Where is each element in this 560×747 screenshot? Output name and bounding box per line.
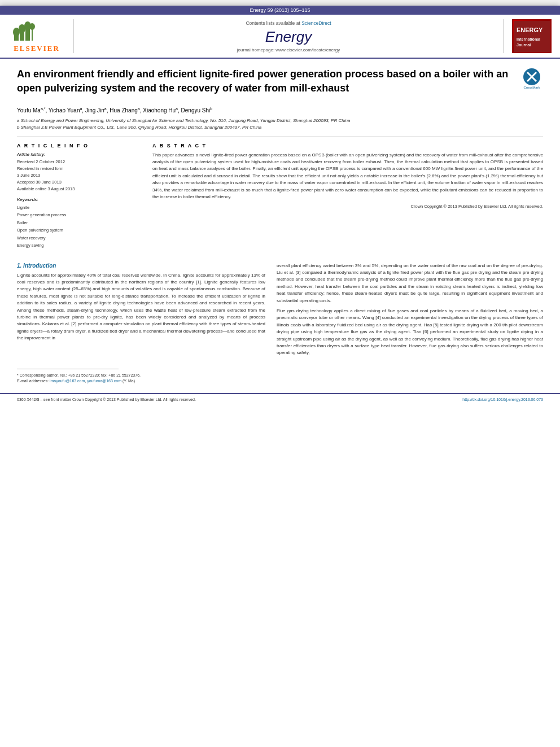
bottom-bar: 0360-5442/$ – see front matter Crown Cop…: [0, 393, 560, 405]
affiliation-b: b Shanghai J.E Power Plant Equipment Co.…: [17, 124, 543, 131]
keyword-6: Energy saving: [17, 242, 141, 250]
revised-date: 3 June 2013: [17, 172, 141, 179]
author-yichao-yuan: Yichao Yuan: [49, 108, 80, 114]
history-title: Article history:: [17, 152, 141, 157]
keyword-5: Water recovery: [17, 234, 141, 242]
keyword-4: Open pulverizing system: [17, 226, 141, 234]
journal-title: Energy: [82, 28, 495, 46]
intro-para-1: Lignite accounts for approximately 40% o…: [17, 272, 265, 342]
article-title-section: An environment friendly and efficient li…: [17, 67, 543, 100]
journal-center: Contents lists available at ScienceDirec…: [82, 20, 495, 53]
footnotes-section: * Corresponding author. Tel.: +86 21 552…: [17, 369, 543, 385]
keyword-3: Boiler: [17, 219, 141, 227]
doi-link[interactable]: http://dx.doi.org/10.1016/j.energy.2013.…: [462, 397, 543, 401]
author-xiaohong-hu: Xiaohong Hu: [143, 108, 176, 114]
email-2[interactable]: youfuma@163.com: [87, 379, 121, 383]
article-history: Article history: Received 2 October 2012…: [17, 152, 141, 193]
article-info-label: A R T I C L E I N F O: [17, 143, 141, 148]
footnote-email: E-mail addresses: imayoufu@163.com, youf…: [17, 378, 543, 385]
abstract-text: This paper advances a novel lignite-fire…: [152, 152, 543, 201]
email-label: E-mail addresses:: [17, 379, 49, 383]
author-youfu-ma: Youfu Ma: [17, 108, 41, 114]
accepted-date: Accepted 30 June 2013: [17, 179, 141, 186]
keywords-title: Keywords:: [17, 197, 141, 202]
svg-rect-8: [514, 21, 550, 52]
crossmark-label: CrossMark: [523, 86, 540, 89]
elsevier-logo: ELSEVIER: [8, 20, 65, 53]
svg-point-7: [29, 23, 35, 30]
main-content: An environment friendly and efficient li…: [0, 59, 560, 393]
contents-text: Contents lists available at: [246, 20, 301, 26]
elsevier-wordmark: ELSEVIER: [14, 44, 60, 53]
journal-header: ELSEVIER Contents lists available at Sci…: [0, 15, 560, 59]
received-date: Received 2 October 2012: [17, 159, 141, 165]
authors-line: Youfu Maa,*, Yichao Yuana, Jing Jina, Hu…: [17, 107, 543, 113]
keyword-2: Power generation process: [17, 211, 141, 219]
page: Energy 59 (2013) 105–115 ELSEVIER Conten…: [0, 6, 560, 747]
crossmark-badge[interactable]: CrossMark: [520, 67, 543, 90]
copyright-line: Crown Copyright © 2013 Published by Else…: [152, 204, 543, 209]
footnote-divider: [17, 369, 119, 369]
affiliation-a: a School of Energy and Power Engineering…: [17, 117, 543, 124]
crossmark-icon: [523, 68, 541, 86]
intro-col-left: 1. Introduction Lignite accounts for app…: [17, 263, 265, 360]
journal-citation: Energy 59 (2013) 105–115: [250, 7, 310, 13]
contents-line: Contents lists available at ScienceDirec…: [82, 20, 495, 26]
article-title: An environment friendly and efficient li…: [17, 67, 515, 95]
intro-col-right: overall plant efficiency varied between …: [277, 263, 543, 360]
elsevier-tree-icon: [11, 20, 62, 42]
affiliations: a School of Energy and Power Engineering…: [17, 117, 543, 131]
available-online: Available online 3 August 2013: [17, 186, 141, 193]
email-suffix: (Y. Ma).: [121, 379, 136, 383]
header-divider-right: [503, 19, 504, 53]
article-info: A R T I C L E I N F O Article history: R…: [17, 143, 141, 254]
issn-line: 0360-5442/$ – see front matter Crown Cop…: [17, 397, 196, 401]
received-revised-label: Received in revised form: [17, 165, 141, 172]
keywords-section: Keywords: Lignite Power generation proce…: [17, 197, 141, 250]
info-abstract-section: A R T I C L E I N F O Article history: R…: [17, 137, 543, 254]
intro-para-2: overall plant efficiency varied between …: [277, 263, 543, 304]
svg-rect-6: [32, 28, 33, 41]
keyword-1: Lignite: [17, 204, 141, 212]
author-dengyu-shi: Dengyu Shi: [181, 108, 211, 114]
header-divider: [73, 19, 74, 53]
author-hua-zhang: Hua Zhang: [110, 108, 137, 114]
top-bar: Energy 59 (2013) 105–115: [0, 6, 560, 15]
footnote-corresponding: * Corresponding author. Tel.: +86 21 552…: [17, 373, 543, 379]
intro-para-3: Flue gas drying technology applies a dir…: [277, 308, 543, 357]
energy-logo: ENERGY International Journal: [512, 19, 552, 53]
author-jing-jin: Jing Jin: [85, 108, 104, 114]
energy-journal-icon: ENERGY International Journal: [514, 21, 550, 52]
intro-heading: 1. Introduction: [17, 263, 265, 269]
homepage-line: journal homepage: www.elsevier.com/locat…: [82, 47, 495, 53]
svg-text:International: International: [517, 37, 540, 41]
email-1[interactable]: imayoufu@163.com: [50, 379, 85, 383]
abstract-section: A B S T R A C T This paper advances a no…: [152, 143, 543, 254]
abstract-label: A B S T R A C T: [152, 143, 543, 148]
svg-text:ENERGY: ENERGY: [517, 27, 543, 33]
svg-text:Journal: Journal: [517, 43, 531, 47]
body-section-intro: 1. Introduction Lignite accounts for app…: [17, 263, 543, 360]
sciencedirect-link[interactable]: ScienceDirect: [301, 20, 331, 26]
